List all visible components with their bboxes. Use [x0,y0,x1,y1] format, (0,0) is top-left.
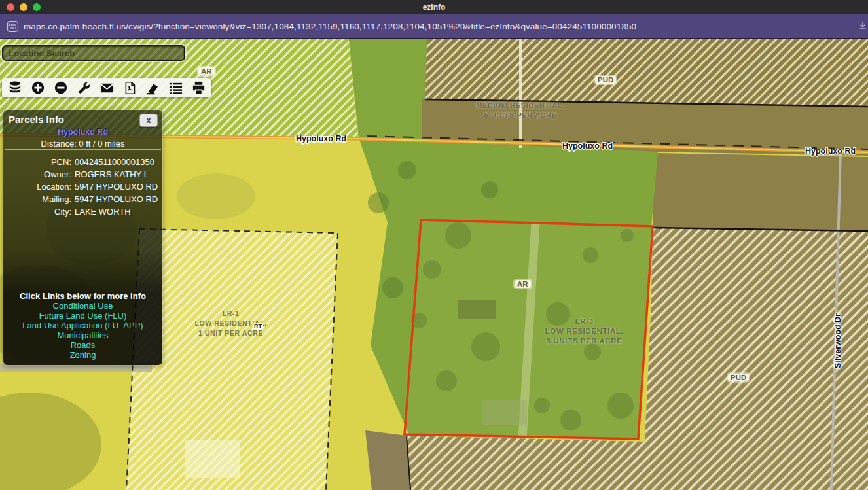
divider [5,149,161,150]
zone-bottom-hatched [407,436,655,490]
selected-parcel-outline[interactable] [405,220,653,439]
traffic-lights [7,3,41,11]
zoom-out-icon[interactable] [52,80,69,96]
zone-pud-top [425,39,868,107]
location-search-input[interactable] [2,45,185,61]
field-label: Mailing: [3,194,71,204]
close-window-button[interactable] [7,3,14,11]
site-settings-icon[interactable] [5,19,20,33]
zone-green-strip [349,39,429,147]
zoom-in-icon[interactable] [29,80,46,96]
divider [5,137,161,137]
map-toolbar [2,78,211,97]
panel-street-label: Hypoluxo Rd [3,128,162,137]
zone-medium-residential-right [653,153,868,230]
eraser-icon[interactable] [144,80,161,96]
dirt-road-strip [365,430,410,490]
print-icon[interactable] [190,80,207,96]
field-value-pcn: 00424511000001350 [75,157,162,167]
link-roads[interactable]: Roads [3,340,162,350]
link-zoning[interactable]: Zoning [3,350,162,360]
email-icon[interactable] [98,80,115,96]
layers-icon[interactable] [7,80,24,96]
zoom-window-button[interactable] [33,3,41,11]
window-titlebar: ezInfo [0,0,868,14]
tools-icon[interactable] [75,80,92,96]
panel-title: Parcels Info [9,114,64,125]
url-bar[interactable]: maps.co.palm-beach.fl.us/cwgis/?function… [0,14,868,39]
minimize-window-button[interactable] [20,3,27,11]
field-value-owner: ROGERS KATHY L [75,169,162,179]
pdf-export-icon[interactable] [121,80,138,96]
links-header: Click Links below for more Info [3,291,162,301]
parcels-info-panel: Parcels Info x Hypoluxo Rd Distance: 0 f… [3,110,162,365]
window-title: ezInfo [423,3,446,12]
download-icon[interactable] [859,21,868,35]
field-value-mailing: 5947 HYPOLUXO RD [75,194,162,204]
field-value-city: LAKE WORTH [75,207,162,217]
field-label: Owner: [3,169,71,179]
results-list-icon[interactable] [167,80,184,96]
link-conditional-use[interactable]: Conditional Use [3,301,162,311]
field-label: PCN: [3,157,71,167]
link-land-use-application[interactable]: Land Use Application (LU_APP) [3,321,162,330]
panel-close-button[interactable]: x [139,114,158,127]
field-value-location: 5947 HYPOLUXO RD [75,182,162,192]
link-future-land-use[interactable]: Future Land Use (FLU) [3,311,162,321]
browser-window: ezInfo maps.co.palm-beach.fl.us/cwgis/?f… [0,0,868,490]
link-municipalities[interactable]: Municipalities [3,330,162,340]
field-label: City: [3,207,71,217]
url-address[interactable]: maps.co.palm-beach.fl.us/cwgis/?function… [24,22,636,31]
parcel-fields: PCN: 00424511000001350 Owner: ROGERS KAT… [3,157,162,217]
info-links: Conditional Use Future Land Use (FLU) La… [3,301,162,360]
field-label: Location: [3,182,71,192]
distance-readout: Distance: 0 ft / 0 miles [3,139,162,149]
